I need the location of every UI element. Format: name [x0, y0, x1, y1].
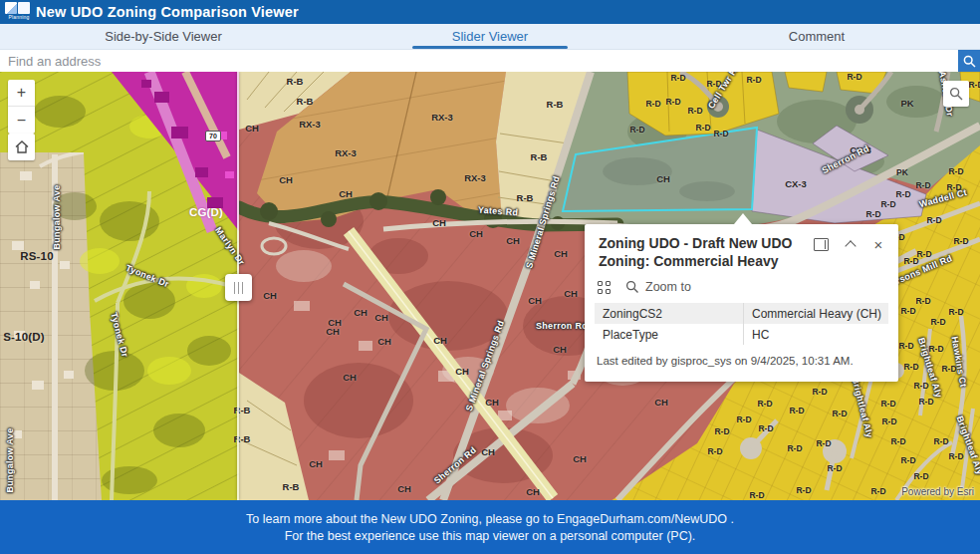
address-search-bar [0, 50, 980, 72]
zoom-control-group: + − [8, 80, 35, 134]
map-attribution: Powered by Esri [898, 485, 977, 498]
tab-side-by-side-viewer[interactable]: Side-by-Side Viewer [0, 24, 327, 49]
field-value: HC [743, 324, 888, 345]
search-icon [963, 55, 976, 68]
table-row: ZoningCS2 Commercial Heavy (CH) [595, 303, 888, 324]
home-button[interactable] [8, 134, 35, 160]
collapse-chevron-icon[interactable] [846, 238, 856, 248]
map-canvas[interactable]: RS-10S-10(D)CG(D)R-BR-BR-BR-BR-BR-BR-BR-… [0, 72, 980, 500]
logo-tile-seal [18, 2, 30, 14]
popup-title: Zoning UDO - Draft New UDO Zoning: Comme… [599, 235, 814, 270]
viewer-tabbar: Side-by-Side Viewer Slider Viewer Commen… [0, 24, 980, 50]
attribute-table: ZoningCS2 Commercial Heavy (CH) PlaceTyp… [595, 303, 888, 345]
magnifier-icon [625, 280, 639, 294]
table-row: PlaceType HC [595, 324, 888, 345]
field-value: Commercial Heavy (CH) [743, 303, 888, 324]
zoom-to-button[interactable]: Zoom to [625, 280, 691, 294]
map-search-button[interactable] [943, 81, 969, 107]
logo-tile-document [5, 2, 17, 14]
app-header: Planning New UDO Zoning Comparison Viewe… [0, 0, 980, 24]
info-footer: To learn more about the New UDO Zoning, … [0, 500, 980, 554]
tab-slider-viewer[interactable]: Slider Viewer [327, 24, 653, 49]
field-name: ZoningCS2 [595, 307, 743, 321]
old-zoning-map-pane[interactable] [0, 72, 239, 500]
planning-department-logo: Planning [5, 2, 33, 22]
app-window: Planning New UDO Zoning Comparison Viewe… [0, 0, 980, 554]
footer-line-2: For the best experience use this map vie… [0, 526, 980, 543]
search-input[interactable] [0, 50, 958, 72]
search-icon [949, 87, 963, 101]
dock-icon[interactable] [814, 238, 829, 251]
logo-caption: Planning [5, 14, 33, 20]
swipe-handle[interactable] [225, 274, 252, 301]
field-name: PlaceType [595, 328, 743, 342]
active-tab-underline [412, 46, 568, 49]
last-edited-note: Last edited by gisproc_sys on 9/4/2025, … [585, 345, 898, 367]
highway-shield: 70 [205, 131, 221, 141]
tab-comment[interactable]: Comment [653, 24, 980, 49]
footer-line-1: To learn more about the New UDO Zoning, … [0, 500, 980, 526]
popup-callout-arrow [734, 213, 752, 224]
close-icon[interactable]: × [872, 238, 884, 252]
feature-popup: Zoning UDO - Draft New UDO Zoning: Comme… [585, 224, 898, 382]
zoom-in-button[interactable]: + [8, 80, 35, 107]
popup-actions-icon[interactable] [598, 281, 611, 294]
app-title: New UDO Zoning Comparison Viewer [36, 4, 299, 20]
zoom-out-button[interactable]: − [8, 107, 35, 134]
search-submit-button[interactable] [958, 50, 980, 72]
home-icon [15, 140, 29, 153]
